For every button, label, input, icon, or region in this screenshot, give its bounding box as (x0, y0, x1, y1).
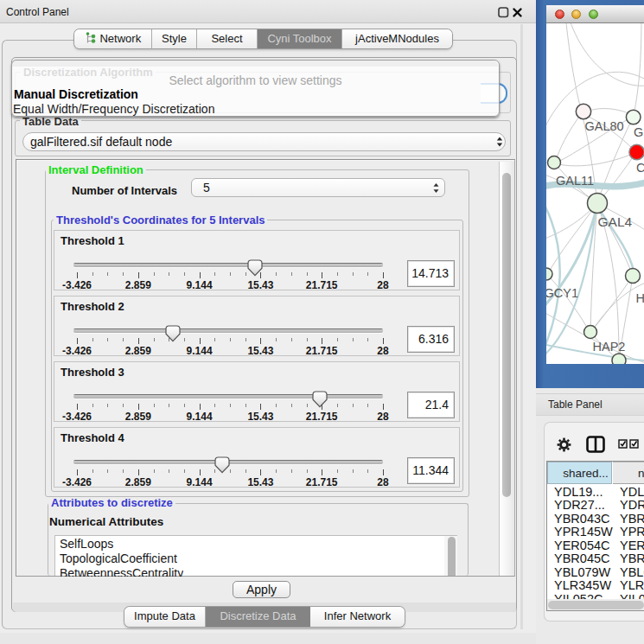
svg-text:GAL4: GAL4 (598, 214, 633, 229)
svg-text:H: H (636, 291, 644, 305)
svg-text:GAL80: GAL80 (585, 119, 624, 133)
svg-text:GAL11: GAL11 (556, 174, 594, 188)
svg-text:G.: G. (634, 125, 644, 139)
svg-text:GCY1: GCY1 (546, 286, 578, 300)
svg-text:C: C (636, 161, 644, 175)
svg-text:HAP2: HAP2 (593, 340, 626, 354)
